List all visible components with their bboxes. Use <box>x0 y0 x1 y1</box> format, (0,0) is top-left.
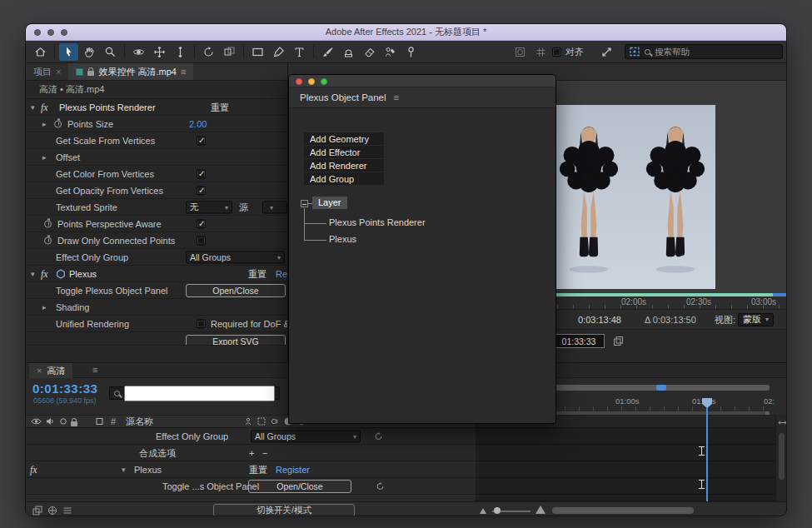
shy-icon[interactable] <box>244 417 252 426</box>
panel-menu-icon[interactable]: ≡ <box>181 67 186 77</box>
twirl-open-icon[interactable]: ▾ <box>31 103 35 112</box>
close-icon[interactable]: × <box>37 366 42 376</box>
audio-icon[interactable] <box>46 417 54 426</box>
fx-badge[interactable]: fx <box>41 267 48 280</box>
effect-name[interactable]: Plexus Points Renderer <box>59 102 156 112</box>
plexus-panel-tab[interactable]: Plexus Object Panel ≡ <box>289 87 555 108</box>
expand-layer-switches-icon[interactable] <box>32 506 42 516</box>
shared-views-button[interactable] <box>597 43 616 61</box>
export-svg-button[interactable]: Export SVG <box>186 335 286 346</box>
tool-brush[interactable] <box>318 43 337 61</box>
zoom-in-mountain-icon[interactable] <box>536 506 545 514</box>
help-search[interactable] <box>625 44 783 59</box>
tool-selection[interactable] <box>59 43 78 61</box>
solo-icon[interactable] <box>59 417 67 426</box>
tool-roto-brush[interactable] <box>381 43 400 61</box>
add-renderer-button[interactable]: Add Renderer <box>304 159 384 172</box>
checkbox[interactable] <box>197 219 206 228</box>
window-minimize-button[interactable] <box>47 29 54 36</box>
zoom-slider-knob[interactable] <box>494 507 501 514</box>
tool-puppet-pin[interactable] <box>401 43 421 61</box>
effect-name[interactable]: Plexus <box>134 465 162 475</box>
horizontal-scrollbar[interactable] <box>552 507 694 514</box>
mask-visibility-toggle[interactable] <box>511 43 530 61</box>
twirl-open-icon[interactable]: ▾ <box>31 270 35 278</box>
tool-pen[interactable] <box>269 43 288 61</box>
stopwatch-icon[interactable] <box>44 220 52 227</box>
tree-item[interactable]: Plexus <box>329 234 356 244</box>
lock-icon[interactable] <box>71 421 77 426</box>
dropdown[interactable]: All Groups▾ <box>186 251 285 263</box>
tool-type[interactable] <box>290 43 309 61</box>
tab-project[interactable]: 项目 × <box>26 63 68 80</box>
cycle-icon[interactable] <box>376 481 385 491</box>
panel-menu-icon[interactable]: ≡ <box>92 365 97 375</box>
twirl-closed-icon[interactable]: ▸ <box>42 120 47 128</box>
remove-button[interactable]: − <box>262 448 267 458</box>
navigator-marker[interactable] <box>656 385 666 391</box>
frame-blend-icon[interactable] <box>257 417 266 426</box>
vertical-scrollbar[interactable] <box>779 433 785 480</box>
zoom-out-mountain-icon[interactable] <box>480 508 486 514</box>
tool-dolly-camera[interactable] <box>171 43 190 61</box>
tree-root-item[interactable]: Layer <box>312 197 347 209</box>
stopwatch-icon[interactable] <box>44 237 52 244</box>
cycle-icon[interactable] <box>374 431 383 441</box>
grid-guides-toggle[interactable] <box>531 43 550 61</box>
tool-home[interactable] <box>31 43 50 61</box>
dropdown[interactable]: 无▾ <box>186 201 232 213</box>
checkbox[interactable] <box>197 319 206 328</box>
tool-eraser[interactable] <box>360 43 379 61</box>
fx-badge[interactable]: fx <box>41 101 48 113</box>
tool-pan-behind[interactable] <box>220 43 239 61</box>
tool-pan-camera[interactable] <box>150 43 169 61</box>
reset-link[interactable]: 重置 <box>248 267 267 280</box>
dropdown[interactable]: ▾ <box>262 201 287 213</box>
twirl-open-icon[interactable]: ▾ <box>122 466 126 474</box>
source-name-header[interactable]: 源名称 <box>126 416 153 428</box>
plexus-panel-titlebar[interactable] <box>289 75 555 87</box>
effect-name[interactable]: Plexus <box>69 269 97 279</box>
checkbox[interactable] <box>197 186 206 195</box>
fx-badge[interactable]: fx <box>30 463 37 476</box>
tool-clone-stamp[interactable] <box>339 43 358 61</box>
checkbox[interactable] <box>197 236 206 245</box>
checkbox[interactable] <box>197 136 206 145</box>
window-close-button[interactable] <box>34 29 41 36</box>
panel-menu-icon[interactable]: ≡ <box>394 92 400 102</box>
register-link[interactable]: Register <box>276 269 288 279</box>
twirl-closed-icon[interactable]: ▸ <box>42 303 47 311</box>
snap-checkbox[interactable] <box>552 47 561 57</box>
window-zoom-button[interactable] <box>321 78 327 85</box>
twirl-closed-icon[interactable]: ▸ <box>42 153 47 162</box>
add-button[interactable]: + <box>249 448 254 458</box>
property-value[interactable]: 2.00 <box>189 119 207 129</box>
current-timecode[interactable]: 0:01:33:33 <box>32 381 97 396</box>
timeline-search-input[interactable] <box>124 386 275 401</box>
window-close-button[interactable] <box>296 78 302 85</box>
window-zoom-button[interactable] <box>61 29 67 36</box>
track-lane[interactable] <box>476 478 775 495</box>
track-lane[interactable] <box>476 428 775 445</box>
checkbox[interactable] <box>197 169 206 178</box>
timeline-tab[interactable]: × 高清 <box>29 363 72 378</box>
open-close-button[interactable]: Open/Close <box>248 480 351 493</box>
add-effector-button[interactable]: Add Effector <box>304 146 384 158</box>
view-mode-dropdown[interactable]: 蒙版▾ <box>738 313 774 326</box>
tool-zoom[interactable] <box>101 43 120 61</box>
reset-link[interactable]: 重置 <box>249 463 267 476</box>
track-lane[interactable] <box>476 461 775 478</box>
timeline-search[interactable] <box>109 386 280 400</box>
tool-rectangle[interactable] <box>248 43 267 61</box>
tab-effect-controls[interactable]: 效果控件 高清.mp4 ≡ <box>68 63 193 80</box>
open-close-button[interactable]: Open/Close <box>186 284 286 297</box>
toggle-switches-modes-button[interactable]: 切换开关/模式 <box>213 504 355 516</box>
effect-header-row[interactable]: ▾ fx Plexus 重置 Register <box>26 266 287 282</box>
track-lane[interactable] <box>476 495 775 501</box>
eye-icon[interactable] <box>31 418 42 426</box>
tree-item[interactable]: Plexus Points Renderer <box>329 217 426 227</box>
motion-blur-icon[interactable] <box>271 417 279 426</box>
add-geometry-button[interactable]: Add Geometry <box>304 132 384 145</box>
help-search-input[interactable] <box>655 47 755 57</box>
layers-icon[interactable] <box>613 336 624 346</box>
